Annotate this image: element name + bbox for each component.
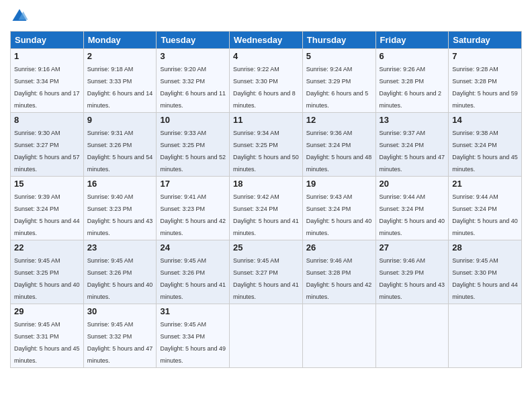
- day-number: 7: [452, 51, 518, 61]
- calendar-cell: [230, 304, 303, 368]
- day-number: 15: [14, 179, 80, 189]
- logo: [10, 7, 32, 26]
- day-number: 21: [452, 179, 518, 189]
- page: SundayMondayTuesdayWednesdayThursdayFrid…: [0, 0, 532, 411]
- calendar-cell: 9 Sunrise: 9:31 AMSunset: 3:26 PMDayligh…: [83, 113, 157, 177]
- day-number: 17: [160, 179, 226, 189]
- calendar-cell: 25 Sunrise: 9:45 AMSunset: 3:27 PMDaylig…: [230, 240, 303, 304]
- calendar-cell: [302, 304, 375, 368]
- calendar-week-row: 15 Sunrise: 9:39 AMSunset: 3:24 PMDaylig…: [11, 177, 522, 240]
- day-info: Sunrise: 9:38 AMSunset: 3:24 PMDaylight:…: [452, 130, 518, 173]
- calendar-week-row: 8 Sunrise: 9:30 AMSunset: 3:27 PMDayligh…: [11, 113, 522, 177]
- calendar-cell: 18 Sunrise: 9:42 AMSunset: 3:24 PMDaylig…: [230, 177, 303, 240]
- day-number: 31: [160, 306, 226, 316]
- calendar-header-row: SundayMondayTuesdayWednesdayThursdayFrid…: [11, 32, 522, 49]
- calendar-cell: 28 Sunrise: 9:45 AMSunset: 3:30 PMDaylig…: [449, 240, 522, 304]
- day-info: Sunrise: 9:44 AMSunset: 3:24 PMDaylight:…: [380, 193, 445, 236]
- day-info: Sunrise: 9:45 AMSunset: 3:30 PMDaylight:…: [452, 257, 518, 300]
- day-info: Sunrise: 9:42 AMSunset: 3:24 PMDaylight:…: [233, 193, 299, 236]
- day-number: 24: [160, 242, 226, 253]
- calendar-cell: 8 Sunrise: 9:30 AMSunset: 3:27 PMDayligh…: [11, 113, 84, 177]
- day-info: Sunrise: 9:45 AMSunset: 3:25 PMDaylight:…: [14, 257, 80, 300]
- day-info: Sunrise: 9:41 AMSunset: 3:23 PMDaylight:…: [160, 193, 226, 236]
- day-number: 19: [306, 179, 372, 189]
- calendar-cell: 7 Sunrise: 9:28 AMSunset: 3:28 PMDayligh…: [449, 49, 522, 113]
- calendar-cell: 3 Sunrise: 9:20 AMSunset: 3:32 PMDayligh…: [157, 49, 230, 113]
- day-info: Sunrise: 9:20 AMSunset: 3:32 PMDaylight:…: [160, 66, 226, 109]
- day-number: 28: [452, 242, 518, 253]
- calendar-cell: 31 Sunrise: 9:45 AMSunset: 3:34 PMDaylig…: [157, 304, 230, 368]
- day-info: Sunrise: 9:33 AMSunset: 3:25 PMDaylight:…: [160, 130, 226, 173]
- day-info: Sunrise: 9:28 AMSunset: 3:28 PMDaylight:…: [452, 66, 518, 109]
- weekday-header: Wednesday: [230, 32, 303, 49]
- day-number: 1: [14, 51, 80, 61]
- day-info: Sunrise: 9:45 AMSunset: 3:27 PMDaylight:…: [233, 257, 299, 300]
- calendar-cell: 20 Sunrise: 9:44 AMSunset: 3:24 PMDaylig…: [375, 177, 449, 240]
- day-info: Sunrise: 9:22 AMSunset: 3:30 PMDaylight:…: [233, 66, 296, 109]
- day-info: Sunrise: 9:26 AMSunset: 3:28 PMDaylight:…: [380, 66, 442, 109]
- day-number: 26: [306, 242, 372, 253]
- day-info: Sunrise: 9:46 AMSunset: 3:29 PMDaylight:…: [380, 257, 445, 300]
- day-number: 14: [452, 115, 518, 125]
- calendar-cell: 15 Sunrise: 9:39 AMSunset: 3:24 PMDaylig…: [11, 177, 84, 240]
- day-number: 10: [160, 115, 226, 125]
- calendar-cell: 11 Sunrise: 9:34 AMSunset: 3:25 PMDaylig…: [230, 113, 303, 177]
- weekday-header: Sunday: [11, 32, 84, 49]
- day-number: 16: [87, 179, 153, 189]
- day-number: 30: [87, 306, 153, 316]
- day-info: Sunrise: 9:30 AMSunset: 3:27 PMDaylight:…: [14, 130, 80, 173]
- day-number: 22: [14, 242, 80, 253]
- day-info: Sunrise: 9:34 AMSunset: 3:25 PMDaylight:…: [233, 130, 299, 173]
- day-info: Sunrise: 9:16 AMSunset: 3:34 PMDaylight:…: [14, 66, 80, 109]
- day-info: Sunrise: 9:45 AMSunset: 3:26 PMDaylight:…: [87, 257, 153, 300]
- day-info: Sunrise: 9:45 AMSunset: 3:34 PMDaylight:…: [160, 321, 226, 364]
- calendar-body: 1 Sunrise: 9:16 AMSunset: 3:34 PMDayligh…: [11, 49, 522, 368]
- weekday-header: Thursday: [302, 32, 375, 49]
- day-info: Sunrise: 9:45 AMSunset: 3:32 PMDaylight:…: [87, 321, 153, 364]
- calendar-cell: 23 Sunrise: 9:45 AMSunset: 3:26 PMDaylig…: [83, 240, 157, 304]
- weekday-header: Friday: [375, 32, 449, 49]
- calendar-cell: 6 Sunrise: 9:26 AMSunset: 3:28 PMDayligh…: [375, 49, 449, 113]
- calendar-cell: 5 Sunrise: 9:24 AMSunset: 3:29 PMDayligh…: [302, 49, 375, 113]
- day-info: Sunrise: 9:45 AMSunset: 3:26 PMDaylight:…: [160, 257, 226, 300]
- day-number: 13: [380, 115, 445, 125]
- calendar-cell: 24 Sunrise: 9:45 AMSunset: 3:26 PMDaylig…: [157, 240, 230, 304]
- calendar-cell: 13 Sunrise: 9:37 AMSunset: 3:24 PMDaylig…: [375, 113, 449, 177]
- calendar-cell: 17 Sunrise: 9:41 AMSunset: 3:23 PMDaylig…: [157, 177, 230, 240]
- day-number: 25: [233, 242, 299, 253]
- logo-icon: [10, 7, 29, 26]
- day-info: Sunrise: 9:39 AMSunset: 3:24 PMDaylight:…: [14, 193, 80, 236]
- calendar-cell: 4 Sunrise: 9:22 AMSunset: 3:30 PMDayligh…: [230, 49, 303, 113]
- day-info: Sunrise: 9:45 AMSunset: 3:31 PMDaylight:…: [14, 321, 80, 364]
- calendar-cell: 22 Sunrise: 9:45 AMSunset: 3:25 PMDaylig…: [11, 240, 84, 304]
- day-number: 2: [87, 51, 153, 61]
- calendar-cell: 21 Sunrise: 9:44 AMSunset: 3:24 PMDaylig…: [449, 177, 522, 240]
- calendar-cell: 12 Sunrise: 9:36 AMSunset: 3:24 PMDaylig…: [302, 113, 375, 177]
- day-number: 3: [160, 51, 226, 61]
- day-info: Sunrise: 9:37 AMSunset: 3:24 PMDaylight:…: [380, 130, 445, 173]
- calendar-cell: 26 Sunrise: 9:46 AMSunset: 3:28 PMDaylig…: [302, 240, 375, 304]
- day-number: 27: [380, 242, 445, 253]
- day-number: 11: [233, 115, 299, 125]
- day-number: 12: [306, 115, 372, 125]
- header: [10, 7, 522, 26]
- day-number: 18: [233, 179, 299, 189]
- day-number: 4: [233, 51, 299, 61]
- weekday-header: Monday: [83, 32, 157, 49]
- day-info: Sunrise: 9:36 AMSunset: 3:24 PMDaylight:…: [306, 130, 372, 173]
- day-info: Sunrise: 9:43 AMSunset: 3:24 PMDaylight:…: [306, 193, 372, 236]
- day-info: Sunrise: 9:18 AMSunset: 3:33 PMDaylight:…: [87, 66, 153, 109]
- day-number: 5: [306, 51, 372, 61]
- day-info: Sunrise: 9:40 AMSunset: 3:23 PMDaylight:…: [87, 193, 153, 236]
- calendar-cell: 1 Sunrise: 9:16 AMSunset: 3:34 PMDayligh…: [11, 49, 84, 113]
- calendar-week-row: 29 Sunrise: 9:45 AMSunset: 3:31 PMDaylig…: [11, 304, 522, 368]
- weekday-header: Saturday: [449, 32, 522, 49]
- day-info: Sunrise: 9:24 AMSunset: 3:29 PMDaylight:…: [306, 66, 369, 109]
- day-number: 23: [87, 242, 153, 253]
- weekday-header: Tuesday: [157, 32, 230, 49]
- day-info: Sunrise: 9:31 AMSunset: 3:26 PMDaylight:…: [87, 130, 153, 173]
- calendar-cell: [449, 304, 522, 368]
- calendar-cell: 29 Sunrise: 9:45 AMSunset: 3:31 PMDaylig…: [11, 304, 84, 368]
- day-number: 8: [14, 115, 80, 125]
- calendar-cell: 16 Sunrise: 9:40 AMSunset: 3:23 PMDaylig…: [83, 177, 157, 240]
